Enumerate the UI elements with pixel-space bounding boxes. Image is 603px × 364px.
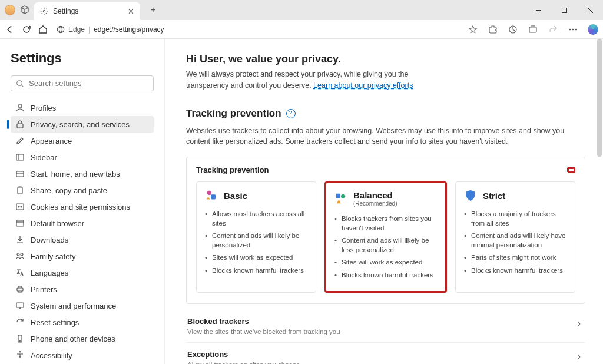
- reset-icon: [15, 317, 25, 327]
- gear-icon: [40, 7, 48, 15]
- clipboard-icon: [15, 186, 25, 195]
- history-icon[interactable]: [508, 24, 518, 35]
- browser-tab-active[interactable]: Settings ✕: [34, 2, 140, 20]
- share-icon[interactable]: [548, 24, 558, 35]
- nav-cookies[interactable]: Cookies and site permissions: [11, 198, 154, 215]
- accessibility-icon: [15, 350, 25, 360]
- workspaces-icon[interactable]: [20, 5, 29, 15]
- system-icon: [15, 301, 25, 310]
- help-icon[interactable]: ?: [286, 109, 296, 118]
- svg-point-12: [18, 104, 22, 108]
- svg-rect-18: [16, 204, 24, 210]
- brush-icon: [15, 136, 25, 145]
- svg-rect-32: [336, 194, 340, 198]
- settings-search-input[interactable]: [29, 79, 148, 88]
- svg-rect-17: [18, 187, 22, 194]
- svg-point-28: [19, 352, 21, 353]
- settings-search[interactable]: [11, 75, 154, 91]
- svg-rect-14: [16, 154, 24, 160]
- balanced-icon: [334, 192, 347, 205]
- menu-icon[interactable]: [568, 24, 578, 35]
- refresh-button[interactable]: [21, 24, 32, 35]
- shield-icon: [464, 189, 477, 202]
- permissions-icon: [15, 202, 25, 211]
- nav-start[interactable]: Start, home, and new tabs: [11, 166, 154, 182]
- new-tab-button[interactable]: +: [145, 5, 161, 15]
- nav-reset[interactable]: Reset settings: [11, 314, 154, 330]
- nav-printers[interactable]: Printers: [11, 281, 154, 297]
- nav-family[interactable]: Family safety: [11, 248, 154, 264]
- url-brand: Edge: [68, 25, 85, 34]
- svg-point-0: [43, 10, 45, 12]
- svg-rect-2: [562, 8, 566, 12]
- nav-sidebar[interactable]: Sidebar: [11, 149, 154, 166]
- svg-point-9: [572, 28, 574, 30]
- nav-downloads[interactable]: Downloads: [11, 231, 154, 248]
- svg-point-19: [18, 206, 19, 207]
- chevron-right-icon: ›: [578, 318, 581, 329]
- collections-icon[interactable]: [528, 24, 538, 35]
- settings-sidebar: Settings Profiles Privacy, search, and s…: [0, 39, 165, 364]
- nav-profiles[interactable]: Profiles: [11, 100, 154, 116]
- window-close-button[interactable]: [577, 0, 603, 20]
- nav-appearance[interactable]: Appearance: [11, 133, 154, 149]
- window-maximize-button[interactable]: [551, 0, 577, 20]
- lock-icon: [15, 120, 25, 129]
- svg-point-5: [57, 26, 64, 32]
- phone-icon: [15, 334, 25, 343]
- back-button[interactable]: [5, 24, 15, 35]
- svg-rect-7: [529, 27, 536, 32]
- profile-avatar-icon[interactable]: [5, 5, 15, 15]
- svg-point-11: [17, 80, 22, 85]
- tab-close-icon[interactable]: ✕: [128, 7, 134, 16]
- svg-rect-31: [211, 194, 216, 199]
- tab-title: Settings: [53, 7, 78, 15]
- chevron-right-icon: ›: [578, 351, 581, 362]
- vertical-scrollbar[interactable]: [597, 39, 602, 157]
- nav-share[interactable]: Share, copy and paste: [11, 182, 154, 198]
- row-exceptions[interactable]: Exceptions Allow all trackers on sites y…: [186, 342, 585, 364]
- window-minimize-button[interactable]: [525, 0, 551, 20]
- home-button[interactable]: [38, 24, 48, 35]
- address-bar[interactable]: Edge | edge://settings/privacy: [57, 25, 164, 34]
- printer-icon: [15, 284, 25, 294]
- tracking-toggle-label: Tracking prevention: [196, 166, 269, 174]
- extensions-icon[interactable]: [488, 24, 498, 35]
- browser-icon: [15, 219, 25, 228]
- nav-privacy[interactable]: Privacy, search, and services: [11, 116, 154, 133]
- url-path: edge://settings/privacy: [94, 25, 164, 34]
- hero-title: Hi User, we value your privacy.: [186, 53, 585, 65]
- nav-system[interactable]: System and performance: [11, 297, 154, 314]
- svg-rect-16: [16, 171, 24, 177]
- svg-rect-21: [16, 220, 24, 226]
- nav-languages[interactable]: Languages: [11, 264, 154, 281]
- svg-point-27: [20, 341, 21, 342]
- language-icon: [15, 268, 25, 277]
- settings-nav: Profiles Privacy, search, and services A…: [11, 100, 154, 364]
- tracking-heading: Tracking prevention: [186, 108, 281, 120]
- settings-heading: Settings: [11, 51, 154, 66]
- tracking-desc: Websites use trackers to collect info ab…: [186, 125, 585, 148]
- card-balanced[interactable]: Balanced(Recommended) Blocks trackers fr…: [324, 181, 447, 293]
- nav-default-browser[interactable]: Default browser: [11, 215, 154, 231]
- browser-toolbar: Edge | edge://settings/privacy: [0, 20, 603, 39]
- card-basic[interactable]: Basic Allows most trackers across all si…: [196, 181, 316, 293]
- svg-point-8: [569, 28, 571, 30]
- tracking-panel: Tracking prevention Basic Allows most tr…: [186, 157, 585, 304]
- profile-icon: [15, 103, 25, 112]
- privacy-efforts-link[interactable]: Learn about our privacy efforts: [313, 81, 413, 90]
- svg-point-23: [21, 253, 23, 256]
- family-icon: [15, 252, 25, 261]
- favorite-icon[interactable]: [468, 24, 478, 35]
- svg-point-20: [21, 206, 22, 207]
- svg-rect-25: [16, 303, 24, 307]
- row-blocked-trackers[interactable]: Blocked trackers View the sites that we'…: [186, 310, 585, 342]
- nav-phone[interactable]: Phone and other devices: [11, 330, 154, 347]
- svg-point-30: [207, 191, 211, 195]
- card-strict[interactable]: Strict Blocks a majority of trackers fro…: [455, 181, 575, 293]
- svg-point-22: [17, 253, 19, 256]
- copilot-icon[interactable]: [588, 24, 598, 35]
- nav-accessibility[interactable]: Accessibility: [11, 347, 154, 363]
- tab-icon: [15, 169, 25, 178]
- search-icon: [16, 80, 24, 88]
